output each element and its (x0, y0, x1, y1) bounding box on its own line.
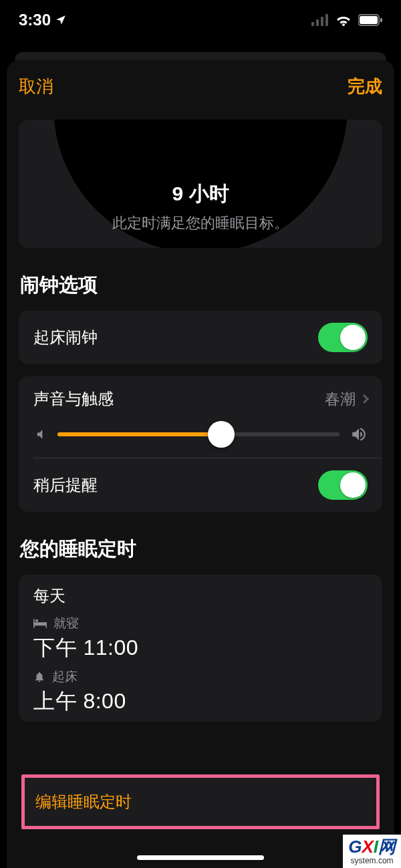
edit-sheet: 取消 完成 9 小时 此定时满足您的睡眠目标。 闹钟选项 起床闹钟 声音与触感 … (7, 60, 394, 868)
snooze-row: 稍后提醒 (19, 458, 382, 512)
wake-label: 起床 (52, 668, 78, 686)
volume-high-icon (350, 426, 368, 443)
svg-rect-5 (360, 16, 378, 24)
svg-rect-6 (380, 18, 382, 22)
svg-point-10 (35, 619, 38, 622)
schedule-title: 您的睡眠定时 (20, 536, 381, 563)
svg-rect-2 (321, 17, 323, 26)
sleep-duration: 9 小时 (172, 180, 229, 208)
bedtime-label: 就寝 (53, 615, 79, 632)
done-button[interactable]: 完成 (348, 75, 382, 98)
alarm-options-title: 闹钟选项 (20, 272, 381, 299)
sound-snooze-card: 声音与触感 春潮 稍后提醒 (19, 376, 382, 512)
volume-slider[interactable] (57, 432, 340, 436)
bell-icon (33, 671, 45, 683)
svg-rect-0 (311, 22, 314, 26)
slider-fill (57, 432, 221, 436)
volume-slider-row (19, 422, 382, 458)
snooze-label: 稍后提醒 (33, 474, 98, 496)
sound-value: 春潮 (325, 389, 356, 410)
battery-icon (358, 14, 382, 26)
svg-rect-8 (33, 619, 35, 627)
svg-rect-9 (45, 622, 47, 627)
sound-label: 声音与触感 (33, 388, 114, 410)
cancel-button[interactable]: 取消 (19, 75, 53, 98)
schedule-frequency: 每天 (33, 585, 368, 607)
sheet-background-layer (15, 52, 386, 60)
chevron-right-icon (360, 394, 369, 404)
status-time: 3:30 (19, 11, 51, 29)
wake-alarm-row: 起床闹钟 (19, 311, 382, 364)
wifi-icon (336, 14, 352, 26)
sound-row[interactable]: 声音与触感 春潮 (19, 376, 382, 422)
sheet-header: 取消 完成 (7, 60, 394, 120)
svg-rect-7 (33, 622, 47, 625)
wake-alarm-label: 起床闹钟 (33, 327, 98, 348)
bed-icon (33, 618, 47, 629)
volume-low-icon (33, 428, 47, 441)
edit-schedule-button[interactable]: 编辑睡眠定时 (21, 774, 380, 829)
slider-thumb[interactable] (208, 421, 235, 448)
sleep-goal-message: 此定时满足您的睡眠目标。 (112, 213, 289, 233)
sleep-summary-card: 9 小时 此定时满足您的睡眠目标。 (19, 120, 382, 248)
watermark: GXI网 system.com (343, 835, 401, 868)
wake-value: 上午 8:00 (33, 687, 368, 716)
edit-schedule-label: 编辑睡眠定时 (35, 792, 132, 811)
wake-alarm-toggle[interactable] (318, 323, 368, 352)
svg-rect-3 (325, 14, 328, 26)
snooze-toggle[interactable] (318, 470, 368, 500)
schedule-card: 每天 就寝 下午 11:00 起床 上午 8:00 (19, 575, 382, 722)
home-indicator[interactable] (137, 855, 264, 860)
bedtime-value: 下午 11:00 (33, 633, 368, 663)
wake-alarm-card: 起床闹钟 (19, 311, 382, 364)
svg-rect-1 (316, 19, 319, 26)
location-icon (55, 14, 67, 26)
cellular-icon (311, 14, 329, 26)
status-bar: 3:30 (0, 0, 401, 40)
